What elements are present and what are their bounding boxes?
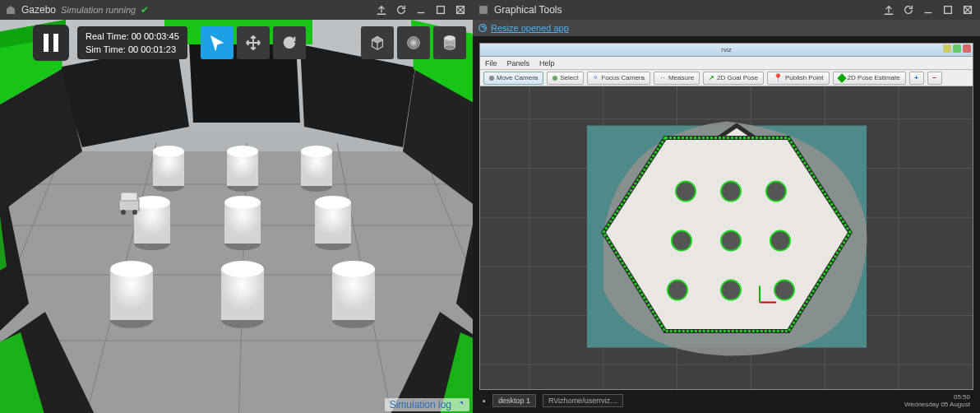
svg-point-40 <box>134 196 170 209</box>
rviz-3d-viewport[interactable] <box>480 86 973 389</box>
graphical-tools-subbar: Resize opened app <box>473 20 980 36</box>
svg-point-43 <box>224 196 261 209</box>
real-time-label: Real Time: <box>86 31 129 41</box>
simulation-log-label: Simulation log <box>390 399 451 411</box>
tool-goal-pose[interactable]: ↗2D Goal Pose <box>703 72 764 85</box>
tool-add[interactable]: + <box>909 72 924 85</box>
menu-panels[interactable]: Panels <box>507 59 530 67</box>
tool-remove[interactable]: − <box>927 72 942 85</box>
gazebo-title: Gazebo <box>21 4 56 16</box>
resize-icon <box>478 23 488 33</box>
move-tool-button[interactable] <box>237 26 270 59</box>
rviz-map <box>554 101 899 364</box>
upload-icon[interactable] <box>881 4 896 16</box>
time-panel: Real Time: 00 00:03:45 Sim Time: 00 00:0… <box>77 26 187 59</box>
svg-rect-65 <box>479 6 488 14</box>
rviz-toolbar: Move Camera Select ✧Focus Camera ↔Measur… <box>480 70 973 86</box>
tool-publish-point[interactable]: 📍Publish Point <box>767 72 830 85</box>
tool-move-camera-label: Move Camera <box>497 74 538 81</box>
tools-logo-icon <box>478 4 489 16</box>
close-icon[interactable] <box>453 4 468 16</box>
minimize-icon[interactable] <box>921 4 936 16</box>
svg-point-37 <box>301 146 332 157</box>
svg-point-34 <box>227 146 258 157</box>
rotate-tool-button[interactable] <box>273 26 306 59</box>
maximize-icon[interactable] <box>433 4 448 16</box>
desktop-taskbar: ▪ desktop 1 RVizhome/userrviz… 05:50 Wed… <box>479 393 973 408</box>
svg-point-49 <box>110 261 153 277</box>
rviz-titlebar[interactable]: rviz <box>480 44 973 57</box>
cylinder-shape-button[interactable] <box>433 26 466 59</box>
svg-point-89 <box>672 231 691 251</box>
svg-point-92 <box>668 281 687 300</box>
svg-point-46 <box>315 196 351 209</box>
minimize-icon[interactable] <box>414 4 428 16</box>
graphical-tools-title: Graphical Tools <box>494 4 562 16</box>
real-time-value: 00 00:03:45 <box>132 31 179 41</box>
svg-point-87 <box>721 182 741 202</box>
box-shape-button[interactable] <box>361 26 394 59</box>
gazebo-3d-viewport[interactable]: Real Time: 00 00:03:45 Sim Time: 00 00:0… <box>0 20 473 413</box>
maximize-icon[interactable] <box>941 4 955 16</box>
svg-point-60 <box>408 37 420 49</box>
rviz-window: rviz File Panels Help Move Camera Select… <box>479 43 973 390</box>
tool-select-label: Select <box>560 74 578 81</box>
tool-measure[interactable]: ↔Measure <box>654 72 700 85</box>
menu-file[interactable]: File <box>485 59 497 67</box>
svg-point-91 <box>770 231 790 251</box>
simulation-log-button[interactable]: Simulation log <box>385 398 469 411</box>
tool-focus-camera-label: Focus Camera <box>601 74 644 81</box>
rviz-menubar: File Panels Help <box>480 57 973 70</box>
svg-point-64 <box>445 36 455 41</box>
svg-rect-66 <box>945 7 952 14</box>
svg-point-86 <box>676 182 696 202</box>
tool-move-camera[interactable]: Move Camera <box>483 72 543 85</box>
svg-point-94 <box>774 281 794 300</box>
check-icon: ✔ <box>141 4 149 16</box>
graphical-tools-titlebar: Graphical Tools <box>473 0 980 20</box>
svg-rect-57 <box>121 193 137 201</box>
expand-icon <box>455 400 465 410</box>
select-tool-button[interactable] <box>201 26 233 59</box>
gazebo-titlebar: Gazebo Simulation running ✔ <box>0 0 473 20</box>
tool-focus-camera[interactable]: ✧Focus Camera <box>587 72 649 85</box>
tool-measure-label: Measure <box>668 74 694 81</box>
svg-point-52 <box>221 261 264 277</box>
svg-point-31 <box>153 146 184 157</box>
taskbar-task-rviz[interactable]: RVizhome/userrviz… <box>543 394 623 407</box>
sphere-shape-button[interactable] <box>397 26 430 59</box>
rviz-title: rviz <box>721 46 731 53</box>
svg-point-93 <box>721 281 741 300</box>
refresh-icon[interactable] <box>394 4 409 16</box>
refresh-icon[interactable] <box>901 4 916 16</box>
svg-point-90 <box>721 231 741 251</box>
upload-icon[interactable] <box>374 4 389 16</box>
sim-time-label: Sim Time: <box>86 44 126 54</box>
gazebo-logo-icon <box>5 4 16 16</box>
taskbar-date: Wednesday 05 August <box>904 401 970 408</box>
sim-time-value: 00 00:01:23 <box>128 44 176 54</box>
tool-select[interactable]: Select <box>547 72 584 85</box>
svg-point-59 <box>132 210 137 215</box>
tool-publish-point-label: Publish Point <box>785 74 824 81</box>
svg-point-55 <box>332 261 375 277</box>
menu-help[interactable]: Help <box>539 59 555 67</box>
close-icon[interactable] <box>960 4 975 16</box>
tool-pose-estimate[interactable]: 2D Pose Estimate <box>833 72 906 85</box>
terminal-icon[interactable]: ▪ <box>483 396 486 406</box>
tool-goal-pose-label: 2D Goal Pose <box>717 74 758 81</box>
svg-point-68 <box>479 25 487 32</box>
desktop-indicator[interactable]: desktop 1 <box>492 394 536 407</box>
svg-point-63 <box>445 45 455 50</box>
svg-point-88 <box>766 182 786 202</box>
tool-pose-estimate-label: 2D Pose Estimate <box>848 74 900 81</box>
pause-button[interactable] <box>33 25 69 61</box>
taskbar-clock: 05:50 Wednesday 05 August <box>904 393 970 408</box>
svg-point-58 <box>121 210 126 215</box>
resize-link[interactable]: Resize opened app <box>491 23 569 33</box>
svg-rect-0 <box>437 7 445 14</box>
gazebo-status: Simulation running <box>61 5 136 15</box>
taskbar-time: 05:50 <box>904 393 970 401</box>
rviz-window-controls[interactable] <box>943 44 971 53</box>
